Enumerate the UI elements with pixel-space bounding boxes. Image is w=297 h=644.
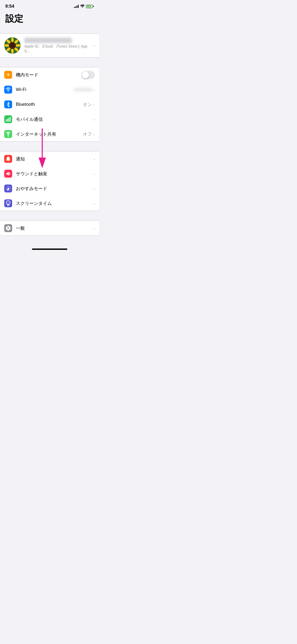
wifi-chevron: › [93, 88, 95, 92]
airplane-mode-row[interactable]: ✈ 機内モード [0, 67, 99, 82]
profile-section: Apple ID、iCloud、iTunes StoreとApp S... › [0, 33, 99, 58]
profile-subtitle: Apple ID、iCloud、iTunes StoreとApp S... [24, 44, 93, 53]
profile-chevron: › [93, 43, 95, 48]
general-section: 一般 › [0, 220, 99, 236]
svg-point-19 [13, 46, 14, 47]
sounds-icon [4, 170, 12, 178]
svg-point-12 [12, 44, 13, 45]
connectivity-section: ✈ 機内モード Wi-Fi xxxxxxxx › Bluetooth オン › [0, 67, 99, 142]
hotspot-label: インターネット共有 [16, 131, 83, 137]
hotspot-row[interactable]: インターネット共有 オフ › [0, 127, 99, 141]
wifi-status-icon [80, 4, 84, 8]
page-header: 設定 [0, 11, 99, 28]
notifications-icon [4, 155, 12, 163]
status-icons: ⚡ [74, 4, 94, 8]
home-indicator [0, 246, 99, 253]
notifications-label: 通知 [16, 156, 93, 162]
signal-icon [74, 5, 79, 8]
status-bar: 9:54 ⚡ [0, 0, 99, 11]
hotspot-chevron: › [93, 132, 95, 136]
svg-point-18 [11, 46, 12, 47]
svg-rect-20 [6, 119, 7, 122]
svg-point-1 [11, 37, 14, 43]
profile-info: Apple ID、iCloud、iTunes StoreとApp S... [24, 38, 93, 53]
cellular-chevron: › [93, 117, 95, 122]
airplane-label: 機内モード [16, 72, 79, 78]
sounds-row[interactable]: サウンドと触覚 › [0, 166, 99, 181]
screentime-chevron: › [93, 201, 95, 206]
sounds-label: サウンドと触覚 [16, 171, 93, 177]
svg-point-15 [12, 45, 13, 46]
wifi-label: Wi-Fi [16, 87, 74, 92]
svg-rect-23 [10, 117, 11, 122]
profile-row[interactable]: Apple ID、iCloud、iTunes StoreとApp S... › [0, 34, 99, 57]
section-gap-2 [0, 58, 99, 67]
screentime-row[interactable]: X スクリーンタイム › [0, 196, 99, 211]
profile-name-blurred [24, 38, 72, 43]
donotdisturb-icon [4, 185, 12, 192]
svg-point-13 [13, 44, 14, 45]
status-time: 9:54 [5, 4, 14, 9]
general-icon [4, 224, 12, 232]
bluetooth-label: Bluetooth [16, 102, 83, 107]
notifications-section: 通知 › サウンドと触覚 › おやすみモード › X [0, 151, 99, 211]
cellular-row[interactable]: モバイル通信 › [0, 112, 99, 127]
screentime-icon: X [4, 199, 12, 207]
wifi-value: xxxxxxxx [74, 87, 92, 92]
bluetooth-value: オン [83, 102, 92, 108]
svg-point-5 [11, 48, 14, 54]
airplane-icon: ✈ [4, 71, 12, 79]
wifi-icon [4, 86, 12, 94]
section-gap-4 [0, 211, 99, 220]
svg-text:X: X [8, 201, 9, 203]
wifi-row[interactable]: Wi-Fi xxxxxxxx › [0, 82, 99, 97]
donotdisturb-label: おやすみモード [16, 186, 93, 192]
svg-point-24 [7, 133, 9, 135]
hotspot-icon [4, 130, 12, 138]
donotdisturb-row[interactable]: おやすみモード › [0, 181, 99, 196]
notifications-row[interactable]: 通知 › [0, 151, 99, 166]
bluetooth-chevron: › [93, 102, 95, 107]
svg-point-3 [15, 44, 21, 47]
airplane-toggle[interactable] [81, 71, 95, 79]
svg-point-7 [4, 44, 10, 47]
svg-rect-22 [8, 118, 9, 122]
screentime-label: スクリーンタイム [16, 200, 93, 206]
battery-icon: ⚡ [86, 5, 94, 8]
cellular-label: モバイル通信 [16, 116, 93, 122]
svg-point-11 [11, 44, 12, 45]
svg-point-17 [12, 46, 13, 47]
sounds-chevron: › [93, 172, 95, 176]
hotspot-value: オフ [83, 131, 92, 137]
bluetooth-icon [4, 100, 12, 108]
page-title: 設定 [5, 13, 94, 25]
general-chevron: › [93, 226, 95, 231]
svg-rect-21 [7, 119, 8, 122]
section-gap-3 [0, 142, 99, 151]
general-row[interactable]: 一般 › [0, 221, 99, 236]
bluetooth-row[interactable]: Bluetooth オン › [0, 97, 99, 112]
cellular-icon [4, 115, 12, 123]
bottom-spacer [0, 236, 99, 246]
donotdisturb-chevron: › [93, 186, 95, 191]
notifications-chevron: › [93, 157, 95, 161]
section-gap-1 [0, 28, 99, 33]
general-label: 一般 [16, 225, 93, 231]
home-bar [32, 249, 67, 250]
avatar [4, 37, 21, 54]
